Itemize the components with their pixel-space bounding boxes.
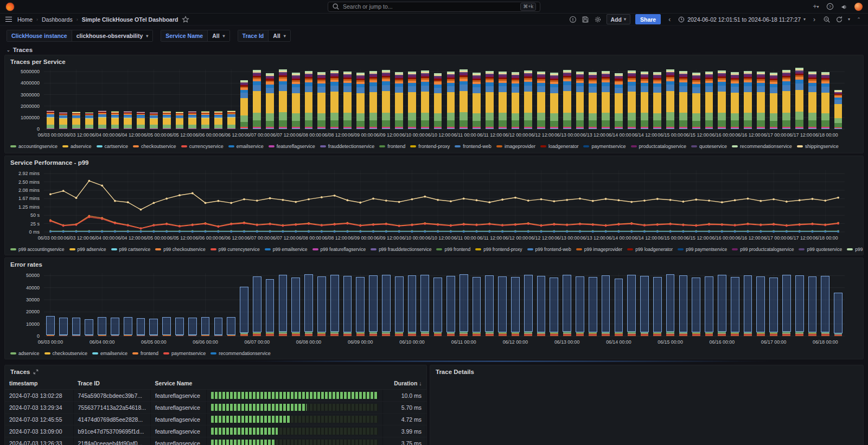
section-traces[interactable]: ⌄ Traces	[0, 44, 868, 55]
panel-title[interactable]: Trace Details	[430, 365, 863, 376]
cell-trace-id[interactable]: b91ce47d753709695f1d...	[73, 425, 151, 437]
cell-trace-id[interactable]: 41474d0769d85ee2828...	[73, 414, 151, 425]
panel-title[interactable]: Traces	[5, 365, 426, 376]
cell-trace-id[interactable]: 745a59078cbdeec39b7...	[73, 390, 151, 402]
legend-item[interactable]: p99 recommendationservice	[847, 247, 863, 252]
add-new-icon[interactable]: + ▾	[812, 3, 820, 10]
time-range-picker[interactable]: 2024-06-02 12:01:51 to 2024-06-18 11:27:…	[678, 16, 806, 23]
legend-item[interactable]: emailservice	[228, 144, 264, 149]
legend-item[interactable]: p99 frontend-proxy	[475, 247, 522, 252]
table-row: 2024-07-03 13:29:3475563771413a22a54618.…	[5, 402, 426, 414]
legend-item[interactable]: adservice	[62, 144, 92, 149]
legend-item[interactable]: recommendationservice	[732, 144, 792, 149]
save-dashboard-icon[interactable]	[582, 16, 589, 23]
legend-item[interactable]: featureflagservice	[269, 144, 315, 149]
section-title: Traces	[13, 47, 33, 53]
traces-per-service-chart[interactable]: 01000000200000030000004000000500000006/0…	[5, 66, 863, 143]
cell-service-name[interactable]: featureflagservice	[151, 425, 207, 437]
panel-title[interactable]: Service Performance - p99	[5, 156, 863, 167]
refresh-icon[interactable]	[835, 16, 843, 23]
zoom-out-icon[interactable]	[823, 16, 831, 23]
legend-item[interactable]: p99 adservice	[69, 247, 106, 252]
cell-trace-id[interactable]: 21ff4a0ceeaeb4fd90af0...	[73, 437, 151, 445]
share-button[interactable]: Share	[635, 14, 661, 24]
svg-text:06/11 12:00: 06/11 12:00	[477, 235, 502, 241]
legend-item[interactable]: imageprovider	[496, 144, 535, 149]
panel-title[interactable]: Traces per Service	[5, 55, 863, 66]
legend-item[interactable]: p99 accountingservice	[10, 247, 65, 252]
legend-item[interactable]: p99 frauddetectionservice	[371, 247, 431, 252]
expand-icon[interactable]	[33, 369, 39, 375]
dashboard-insights-icon[interactable]	[569, 16, 577, 23]
legend-item[interactable]: p99 emailservice	[265, 247, 308, 252]
menu-icon[interactable]	[5, 17, 12, 22]
cell-service-name[interactable]: featureflagservice	[151, 402, 207, 414]
legend-item[interactable]: paymentservice	[163, 351, 206, 356]
service-performance-chart[interactable]: 0 ms25 s50 s1.25 mins1.67 mins2.08 mins2…	[5, 167, 863, 246]
error-rates-chart[interactable]: 0100002000030000400005000006/03 00:0006/…	[5, 269, 863, 350]
col-timestamp[interactable]: timestamp	[5, 377, 73, 390]
legend-item[interactable]: frauddetectionservice	[320, 144, 375, 149]
dashboard-filters: ClickHouse instanceclickhouse-observabil…	[0, 25, 868, 44]
legend-item[interactable]: shippingservice	[797, 144, 839, 149]
cell-service-name[interactable]: featureflagservice	[151, 414, 207, 425]
variable-value-dropdown[interactable]: clickhouse-observability▾	[72, 30, 153, 41]
refresh-interval-caret[interactable]: ▾	[848, 17, 850, 22]
legend-item[interactable]: adservice	[10, 351, 40, 356]
legend-item[interactable]: loadgenerator	[540, 144, 579, 149]
collapse-toolbar-icon[interactable]: ⌃	[855, 16, 863, 23]
variable-value-dropdown[interactable]: All▾	[207, 30, 229, 41]
legend-item[interactable]: p99 paymentservice	[678, 247, 727, 252]
col-trace-id[interactable]: Trace ID	[73, 377, 151, 390]
cell-trace-id[interactable]: 75563771413a22a54618...	[73, 402, 151, 414]
add-button[interactable]: Add▾	[607, 14, 630, 24]
legend-item[interactable]: p99 imageprovider	[576, 247, 622, 252]
legend-item[interactable]: frontend-web	[455, 144, 492, 149]
legend-item[interactable]: frontend	[379, 144, 405, 149]
svg-text:06/09 12:00: 06/09 12:00	[374, 235, 399, 241]
user-avatar[interactable]	[854, 3, 863, 11]
legend-item[interactable]: productcatalogservice	[631, 144, 687, 149]
legend-item[interactable]: frontend	[132, 351, 158, 356]
legend-item[interactable]: p99 checkoutservice	[155, 247, 206, 252]
breadcrumb-dashboards[interactable]: Dashboards	[42, 16, 73, 23]
svg-text:06/05 00:00: 06/05 00:00	[141, 132, 167, 138]
legend-item[interactable]: quoteservice	[691, 144, 727, 149]
legend-item[interactable]: p99 quoteservice	[799, 247, 842, 252]
breadcrumb-home[interactable]: Home	[17, 16, 33, 23]
legend-item[interactable]: p99 productcatalogservice	[732, 247, 794, 252]
panel-title[interactable]: Error rates	[5, 258, 863, 269]
legend-item[interactable]: accountingservice	[10, 144, 58, 149]
col-duration[interactable]: Duration ↓	[383, 377, 426, 390]
legend-item[interactable]: p99 featureflagservice	[312, 247, 366, 252]
time-back-icon[interactable]: ‹	[666, 16, 673, 23]
legend-item[interactable]: checkoutservice	[44, 351, 88, 356]
legend-item[interactable]: p99 loadgenerator	[627, 247, 673, 252]
legend-item[interactable]: paymentservice	[583, 144, 626, 149]
legend-item[interactable]: p99 frontend	[436, 247, 470, 252]
search-input[interactable]: Search or jump to... ⌘+k	[328, 2, 540, 12]
settings-gear-icon[interactable]	[594, 16, 602, 23]
legend-item[interactable]: emailservice	[92, 351, 127, 356]
time-forward-icon[interactable]: ›	[810, 16, 818, 23]
legend-item[interactable]: p99 currencyservice	[210, 247, 260, 252]
table-row: 2024-07-03 12:45:5541474d0769d85ee2828..…	[5, 414, 426, 425]
legend-item[interactable]: checkoutservice	[133, 144, 176, 149]
cell-service-name[interactable]: featureflagservice	[151, 390, 207, 402]
legend-item[interactable]: currencyservice	[181, 144, 224, 149]
legend-item[interactable]: frontend-proxy	[410, 144, 450, 149]
legend-item[interactable]: p99 frontend-web	[527, 247, 571, 252]
legend-item[interactable]: cartservice	[97, 144, 129, 149]
col-service-name[interactable]: Service Name	[151, 377, 207, 390]
variable-value-dropdown[interactable]: All▾	[268, 30, 290, 41]
news-icon[interactable]	[840, 3, 848, 10]
cell-timestamp: 2024-07-03 13:26:33	[5, 437, 73, 445]
col-duration-bar[interactable]	[207, 377, 383, 390]
error-bar-svg: 0100002000030000400005000006/03 00:0006/…	[5, 269, 854, 348]
legend-item[interactable]: p99 cartservice	[111, 247, 151, 252]
grafana-logo[interactable]	[5, 2, 15, 11]
favorite-star-icon[interactable]	[182, 16, 189, 23]
cell-service-name[interactable]: featureflagservice	[151, 437, 207, 445]
legend-item[interactable]: recommendationservice	[210, 351, 271, 356]
help-icon[interactable]: ?	[826, 3, 834, 10]
